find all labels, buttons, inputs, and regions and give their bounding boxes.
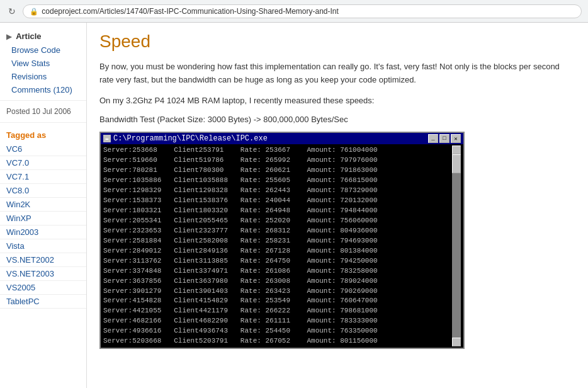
sidebar: ▶ Article Browse Code View Stats Revisio… (0, 23, 87, 388)
lock-icon: 🔒 (30, 8, 38, 15)
cmd-text-area: Server:253668 Client253791 Rate: 253667 … (103, 146, 452, 346)
sidebar-tag[interactable]: VC6 (0, 142, 86, 156)
posted-date: Posted 10 Jul 2006 (0, 105, 86, 118)
browse-code-link[interactable]: Browse Code (0, 43, 86, 57)
cmd-scroll-track[interactable] (452, 154, 461, 338)
arrow-icon: ▶ (6, 33, 11, 41)
url-text: codeproject.com/Articles/14740/Fast-IPC-… (42, 7, 339, 16)
sidebar-divider (0, 100, 86, 101)
cmd-body: Server:253668 Client253791 Rate: 253667 … (101, 144, 463, 348)
sidebar-tag[interactable]: Win2K (0, 198, 86, 212)
cmd-line: Server:1803321 Client1803320 Rate: 26494… (103, 206, 452, 216)
cmd-line: Server:4936616 Client4936743 Rate: 25445… (103, 326, 452, 336)
cmd-scroll-thumb[interactable] (452, 154, 461, 173)
page-title: Speed (99, 31, 575, 52)
cmd-line: Server:3374848 Client3374971 Rate: 26108… (103, 266, 452, 277)
view-stats-link[interactable]: View Stats (0, 57, 86, 70)
comments-link[interactable]: Comments (120) (0, 83, 86, 96)
cmd-line: Server:5203668 Client5203791 Rate: 26705… (103, 336, 452, 346)
cmd-line: Server:3637856 Client3637980 Rate: 26300… (103, 277, 452, 287)
tags-list: VC6VC7.0VC7.1VC8.0Win2KWinXPWin2003Vista… (0, 142, 86, 309)
cmd-line: Server:4421055 Client4421179 Rate: 26622… (103, 306, 452, 316)
cmd-window: ▬ C:\Programming\IPC\Release\IPC.exe _ □… (99, 132, 465, 349)
cmd-titlebar-left: ▬ C:\Programming\IPC\Release\IPC.exe (103, 134, 268, 143)
cmd-close-button[interactable]: ✕ (451, 134, 461, 143)
browser-bar: ↻ 🔒 codeproject.com/Articles/14740/Fast-… (0, 0, 588, 23)
cmd-line: Server:2581884 Client2582008 Rate: 25823… (103, 236, 452, 246)
sidebar-tag[interactable]: VS2005 (0, 281, 86, 295)
cmd-line: Server:4154828 Client4154829 Rate: 25354… (103, 296, 452, 306)
cmd-line: Server:3113762 Client3113885 Rate: 26475… (103, 256, 452, 266)
cmd-titlebar-buttons: _ □ ✕ (428, 134, 461, 143)
bandwidth-text: Bandwidth Test (Packet Size: 3000 Bytes)… (99, 115, 575, 124)
sidebar-tag[interactable]: VC7.1 (0, 170, 86, 184)
cmd-line: Server:519660 Client519786 Rate: 265992 … (103, 156, 452, 166)
revisions-link[interactable]: Revisions (0, 70, 86, 83)
speeds-paragraph: On my 3.2Ghz P4 1024 MB RAM laptop, I re… (99, 94, 575, 108)
url-bar[interactable]: 🔒 codeproject.com/Articles/14740/Fast-IP… (23, 4, 582, 18)
article-section-title: ▶ Article (0, 28, 86, 43)
cmd-line: Server:2323653 Client2323777 Rate: 26831… (103, 226, 452, 236)
intro-paragraph: By now, you must be wondering how fast t… (99, 60, 575, 87)
cmd-line: Server:253668 Client253791 Rate: 253667 … (103, 146, 452, 156)
cmd-restore-button[interactable]: □ (439, 134, 449, 143)
cmd-line: Server:1538373 Client1538376 Rate: 24004… (103, 196, 452, 206)
sidebar-tag[interactable]: VS.NET2002 (0, 253, 86, 267)
sidebar-tag[interactable]: VS.NET2003 (0, 267, 86, 281)
cmd-scroll-down[interactable]: ▼ (452, 338, 461, 346)
cmd-line: Server:2055341 Client2055465 Rate: 25202… (103, 216, 452, 226)
sidebar-tag[interactable]: WinXP (0, 212, 86, 225)
cmd-line: Server:4682166 Client4682290 Rate: 26111… (103, 316, 452, 326)
cmd-line: Server:1035886 Client1035888 Rate: 25560… (103, 176, 452, 186)
cmd-scrollbar[interactable]: ▲ ▼ (452, 146, 461, 346)
sidebar-divider-2 (0, 122, 86, 123)
sidebar-tag[interactable]: Vista (0, 239, 86, 253)
cmd-line: Server:3901279 Client3901403 Rate: 26342… (103, 287, 452, 297)
sidebar-tag[interactable]: Win2003 (0, 225, 86, 239)
sidebar-tag[interactable]: VC8.0 (0, 184, 86, 198)
cmd-line: Server:1298329 Client1298328 Rate: 26244… (103, 186, 452, 196)
cmd-line: Server:2849012 Client2849136 Rate: 26712… (103, 246, 452, 256)
page-layout: ▶ Article Browse Code View Stats Revisio… (0, 23, 588, 388)
main-content: Speed By now, you must be wondering how … (87, 23, 588, 388)
refresh-button[interactable]: ↻ (6, 6, 18, 17)
tagged-as-label: Tagged as (0, 127, 86, 142)
sidebar-tag[interactable]: TabletPC (0, 295, 86, 309)
cmd-title: C:\Programming\IPC\Release\IPC.exe (113, 134, 268, 143)
cmd-minimize-button[interactable]: _ (428, 134, 438, 143)
cmd-icon: ▬ (103, 135, 111, 142)
cmd-titlebar: ▬ C:\Programming\IPC\Release\IPC.exe _ □… (101, 133, 463, 144)
sidebar-tag[interactable]: VC7.0 (0, 156, 86, 170)
cmd-scroll-up[interactable]: ▲ (452, 146, 461, 154)
cmd-line: Server:780281 Client780300 Rate: 260621 … (103, 166, 452, 176)
